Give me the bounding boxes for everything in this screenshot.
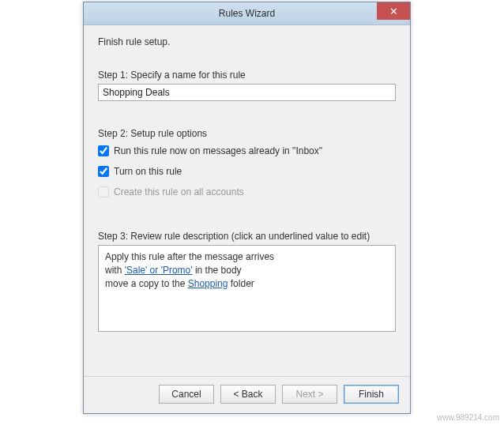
- step3-label: Step 3: Review rule description (click a…: [98, 231, 396, 242]
- desc-line-1: Apply this rule after the message arrive…: [105, 250, 389, 264]
- desc-line-2-suffix: in the body: [193, 265, 242, 276]
- link-target-folder[interactable]: Shopping: [188, 278, 228, 289]
- option-all-accounts-label: Create this rule on all accounts: [114, 186, 244, 197]
- desc-line-2-prefix: with: [105, 265, 125, 276]
- window-title: Rules Wizard: [84, 8, 410, 19]
- titlebar: Rules Wizard ✕: [84, 2, 410, 25]
- desc-line-2: with 'Sale' or 'Promo' in the body: [105, 264, 389, 277]
- step1-label: Step 1: Specify a name for this rule: [98, 70, 396, 81]
- checkbox-all-accounts: [98, 186, 109, 197]
- next-button: Next >: [282, 385, 337, 404]
- option-all-accounts: Create this rule on all accounts: [98, 186, 396, 197]
- close-icon: ✕: [389, 6, 398, 17]
- rule-description-box: Apply this rule after the message arrive…: [98, 245, 396, 332]
- dialog-content: Finish rule setup. Step 1: Specify a nam…: [84, 25, 410, 376]
- cancel-button[interactable]: Cancel: [159, 385, 214, 404]
- option-run-now[interactable]: Run this rule now on messages already in…: [98, 145, 396, 156]
- link-search-terms[interactable]: 'Sale' or 'Promo': [125, 265, 193, 276]
- finish-button[interactable]: Finish: [344, 385, 399, 404]
- option-turn-on-label: Turn on this rule: [114, 166, 182, 177]
- desc-line-3-prefix: move a copy to the: [105, 278, 188, 289]
- finish-heading: Finish rule setup.: [98, 36, 396, 47]
- back-button[interactable]: < Back: [220, 385, 276, 404]
- desc-line-3: move a copy to the Shopping folder: [105, 277, 389, 291]
- watermark: www.989214.com: [437, 413, 499, 422]
- button-bar: Cancel < Back Next > Finish: [84, 376, 410, 413]
- desc-line-3-suffix: folder: [228, 278, 254, 289]
- checkbox-run-now[interactable]: [98, 145, 109, 156]
- rule-name-input[interactable]: [98, 84, 396, 101]
- option-run-now-label: Run this rule now on messages already in…: [114, 145, 322, 156]
- rules-wizard-dialog: Rules Wizard ✕ Finish rule setup. Step 1…: [83, 2, 411, 414]
- checkbox-turn-on[interactable]: [98, 166, 109, 177]
- close-button[interactable]: ✕: [377, 2, 410, 20]
- option-turn-on[interactable]: Turn on this rule: [98, 166, 396, 177]
- step2-label: Step 2: Setup rule options: [98, 128, 396, 139]
